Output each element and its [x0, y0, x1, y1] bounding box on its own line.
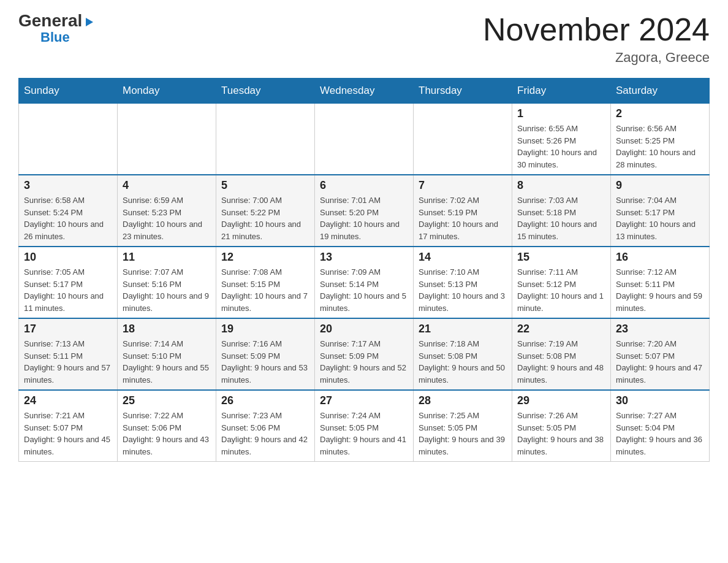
calendar-cell: 11Sunrise: 7:07 AM Sunset: 5:16 PM Dayli… — [118, 247, 216, 318]
day-info: Sunrise: 7:00 AM Sunset: 5:22 PM Dayligh… — [221, 194, 309, 242]
day-number: 9 — [616, 179, 704, 192]
day-info: Sunrise: 7:04 AM Sunset: 5:17 PM Dayligh… — [616, 194, 704, 242]
weekday-header-tuesday: Tuesday — [216, 79, 315, 104]
logo-blue-text: Blue — [40, 29, 70, 45]
day-info: Sunrise: 6:55 AM Sunset: 5:26 PM Dayligh… — [517, 123, 605, 170]
calendar-cell: 28Sunrise: 7:25 AM Sunset: 5:05 PM Dayli… — [414, 390, 512, 462]
calendar-cell: 30Sunrise: 7:27 AM Sunset: 5:04 PM Dayli… — [611, 390, 710, 462]
day-number: 23 — [616, 323, 704, 335]
calendar-week-row: 1Sunrise: 6:55 AM Sunset: 5:26 PM Daylig… — [19, 104, 710, 175]
day-number: 26 — [221, 394, 309, 407]
calendar-cell: 5Sunrise: 7:00 AM Sunset: 5:22 PM Daylig… — [216, 175, 315, 247]
calendar-cell: 18Sunrise: 7:14 AM Sunset: 5:10 PM Dayli… — [118, 318, 216, 390]
day-number: 14 — [419, 251, 507, 264]
calendar-cell: 3Sunrise: 6:58 AM Sunset: 5:24 PM Daylig… — [19, 175, 118, 247]
calendar-cell: 22Sunrise: 7:19 AM Sunset: 5:08 PM Dayli… — [512, 318, 611, 390]
day-number: 29 — [517, 394, 605, 407]
day-number: 22 — [517, 323, 605, 335]
calendar-cell: 21Sunrise: 7:18 AM Sunset: 5:08 PM Dayli… — [414, 318, 512, 390]
day-info: Sunrise: 7:02 AM Sunset: 5:19 PM Dayligh… — [419, 194, 507, 242]
svg-marker-0 — [86, 18, 93, 26]
calendar-week-row: 24Sunrise: 7:21 AM Sunset: 5:07 PM Dayli… — [19, 390, 710, 462]
calendar-week-row: 3Sunrise: 6:58 AM Sunset: 5:24 PM Daylig… — [19, 175, 710, 247]
day-number: 16 — [616, 251, 704, 264]
day-number: 19 — [221, 323, 309, 335]
day-info: Sunrise: 7:01 AM Sunset: 5:20 PM Dayligh… — [320, 194, 408, 242]
day-number: 27 — [320, 394, 408, 407]
day-number: 2 — [616, 107, 704, 120]
day-number: 4 — [123, 179, 211, 192]
calendar-cell: 10Sunrise: 7:05 AM Sunset: 5:17 PM Dayli… — [19, 247, 118, 318]
page-header: General Blue November 2024 Zagora, Greec… — [18, 12, 710, 66]
calendar-cell: 4Sunrise: 6:59 AM Sunset: 5:23 PM Daylig… — [118, 175, 216, 247]
calendar-cell: 19Sunrise: 7:16 AM Sunset: 5:09 PM Dayli… — [216, 318, 315, 390]
day-info: Sunrise: 7:18 AM Sunset: 5:08 PM Dayligh… — [419, 338, 507, 386]
month-title: November 2024 — [483, 12, 710, 47]
weekday-header-row: SundayMondayTuesdayWednesdayThursdayFrid… — [19, 79, 710, 104]
day-info: Sunrise: 7:27 AM Sunset: 5:04 PM Dayligh… — [616, 410, 704, 458]
calendar-cell: 20Sunrise: 7:17 AM Sunset: 5:09 PM Dayli… — [315, 318, 414, 390]
day-info: Sunrise: 7:09 AM Sunset: 5:14 PM Dayligh… — [320, 266, 408, 314]
logo: General Blue — [18, 12, 94, 45]
calendar-cell: 25Sunrise: 7:22 AM Sunset: 5:06 PM Dayli… — [118, 390, 216, 462]
calendar-cell: 9Sunrise: 7:04 AM Sunset: 5:17 PM Daylig… — [611, 175, 710, 247]
calendar-table: SundayMondayTuesdayWednesdayThursdayFrid… — [18, 78, 710, 462]
calendar-cell: 1Sunrise: 6:55 AM Sunset: 5:26 PM Daylig… — [512, 104, 611, 175]
day-number: 3 — [24, 179, 112, 192]
day-number: 28 — [419, 394, 507, 407]
calendar-week-row: 17Sunrise: 7:13 AM Sunset: 5:11 PM Dayli… — [19, 318, 710, 390]
day-info: Sunrise: 7:22 AM Sunset: 5:06 PM Dayligh… — [123, 410, 211, 458]
day-info: Sunrise: 7:25 AM Sunset: 5:05 PM Dayligh… — [419, 410, 507, 458]
day-number: 24 — [24, 394, 112, 407]
weekday-header-thursday: Thursday — [414, 79, 512, 104]
day-info: Sunrise: 7:16 AM Sunset: 5:09 PM Dayligh… — [221, 338, 309, 386]
day-info: Sunrise: 7:23 AM Sunset: 5:06 PM Dayligh… — [221, 410, 309, 458]
logo-general-text: General — [18, 12, 94, 29]
day-number: 25 — [123, 394, 211, 407]
calendar-cell: 29Sunrise: 7:26 AM Sunset: 5:05 PM Dayli… — [512, 390, 611, 462]
day-number: 30 — [616, 394, 704, 407]
day-info: Sunrise: 7:21 AM Sunset: 5:07 PM Dayligh… — [24, 410, 112, 458]
day-info: Sunrise: 6:59 AM Sunset: 5:23 PM Dayligh… — [123, 194, 211, 242]
calendar-cell — [315, 104, 414, 175]
day-number: 1 — [517, 107, 605, 120]
day-info: Sunrise: 7:07 AM Sunset: 5:16 PM Dayligh… — [123, 266, 211, 314]
day-number: 13 — [320, 251, 408, 264]
day-info: Sunrise: 7:12 AM Sunset: 5:11 PM Dayligh… — [616, 266, 704, 314]
weekday-header-friday: Friday — [512, 79, 611, 104]
day-info: Sunrise: 7:10 AM Sunset: 5:13 PM Dayligh… — [419, 266, 507, 314]
day-info: Sunrise: 7:17 AM Sunset: 5:09 PM Dayligh… — [320, 338, 408, 386]
day-number: 18 — [123, 323, 211, 335]
day-number: 15 — [517, 251, 605, 264]
weekday-header-saturday: Saturday — [611, 79, 710, 104]
day-info: Sunrise: 7:11 AM Sunset: 5:12 PM Dayligh… — [517, 266, 605, 314]
day-info: Sunrise: 7:14 AM Sunset: 5:10 PM Dayligh… — [123, 338, 211, 386]
day-number: 8 — [517, 179, 605, 192]
day-info: Sunrise: 7:19 AM Sunset: 5:08 PM Dayligh… — [517, 338, 605, 386]
calendar-week-row: 10Sunrise: 7:05 AM Sunset: 5:17 PM Dayli… — [19, 247, 710, 318]
calendar-cell: 17Sunrise: 7:13 AM Sunset: 5:11 PM Dayli… — [19, 318, 118, 390]
calendar-cell: 27Sunrise: 7:24 AM Sunset: 5:05 PM Dayli… — [315, 390, 414, 462]
calendar-cell — [216, 104, 315, 175]
day-info: Sunrise: 7:26 AM Sunset: 5:05 PM Dayligh… — [517, 410, 605, 458]
day-info: Sunrise: 7:24 AM Sunset: 5:05 PM Dayligh… — [320, 410, 408, 458]
calendar-cell: 15Sunrise: 7:11 AM Sunset: 5:12 PM Dayli… — [512, 247, 611, 318]
day-info: Sunrise: 6:56 AM Sunset: 5:25 PM Dayligh… — [616, 123, 704, 170]
day-number: 7 — [419, 179, 507, 192]
calendar-cell: 26Sunrise: 7:23 AM Sunset: 5:06 PM Dayli… — [216, 390, 315, 462]
calendar-cell: 24Sunrise: 7:21 AM Sunset: 5:07 PM Dayli… — [19, 390, 118, 462]
day-info: Sunrise: 7:08 AM Sunset: 5:15 PM Dayligh… — [221, 266, 309, 314]
weekday-header-wednesday: Wednesday — [315, 79, 414, 104]
day-number: 21 — [419, 323, 507, 335]
day-number: 17 — [24, 323, 112, 335]
calendar-cell: 16Sunrise: 7:12 AM Sunset: 5:11 PM Dayli… — [611, 247, 710, 318]
day-info: Sunrise: 7:13 AM Sunset: 5:11 PM Dayligh… — [24, 338, 112, 386]
weekday-header-sunday: Sunday — [19, 79, 118, 104]
day-number: 6 — [320, 179, 408, 192]
title-block: November 2024 Zagora, Greece — [483, 12, 710, 66]
day-number: 11 — [123, 251, 211, 264]
day-number: 10 — [24, 251, 112, 264]
calendar-cell: 6Sunrise: 7:01 AM Sunset: 5:20 PM Daylig… — [315, 175, 414, 247]
weekday-header-monday: Monday — [118, 79, 216, 104]
calendar-cell: 23Sunrise: 7:20 AM Sunset: 5:07 PM Dayli… — [611, 318, 710, 390]
